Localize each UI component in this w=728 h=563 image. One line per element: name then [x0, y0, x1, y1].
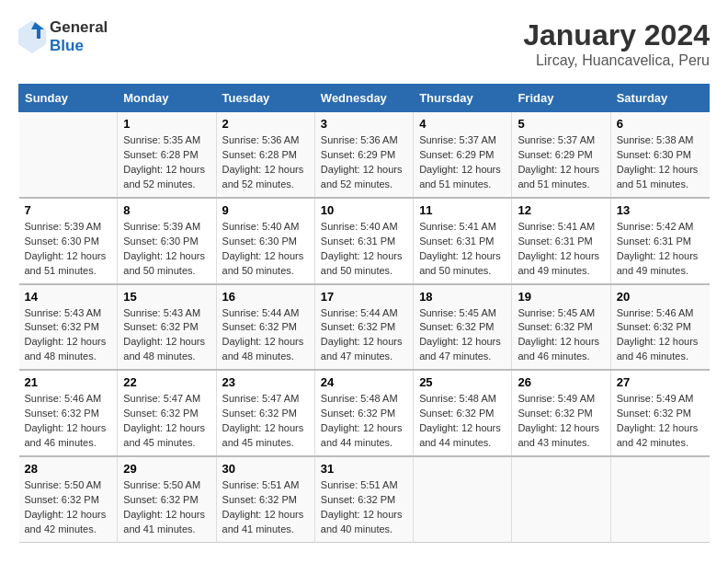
day-number: 13	[617, 203, 704, 217]
day-number: 17	[321, 290, 407, 304]
cell-info: Sunrise: 5:51 AMSunset: 6:32 PMDaylight:…	[321, 479, 403, 534]
calendar-cell: 29 Sunrise: 5:50 AMSunset: 6:32 PMDaylig…	[118, 456, 216, 542]
cell-info: Sunrise: 5:43 AMSunset: 6:32 PMDaylight:…	[123, 307, 205, 362]
week-row-1: 1 Sunrise: 5:35 AMSunset: 6:28 PMDayligh…	[19, 112, 710, 198]
day-number: 1	[123, 117, 210, 131]
calendar-cell: 30 Sunrise: 5:51 AMSunset: 6:32 PMDaylig…	[216, 456, 314, 542]
calendar-cell: 16 Sunrise: 5:44 AMSunset: 6:32 PMDaylig…	[216, 284, 314, 371]
day-header-wednesday: Wednesday	[314, 85, 413, 112]
cell-info: Sunrise: 5:36 AMSunset: 6:28 PMDaylight:…	[222, 134, 304, 190]
cell-info: Sunrise: 5:39 AMSunset: 6:30 PMDaylight:…	[25, 221, 107, 276]
calendar-cell: 6 Sunrise: 5:38 AMSunset: 6:30 PMDayligh…	[610, 112, 709, 198]
cell-info: Sunrise: 5:41 AMSunset: 6:31 PMDaylight:…	[419, 221, 501, 276]
day-header-thursday: Thursday	[414, 85, 512, 112]
cell-info: Sunrise: 5:47 AMSunset: 6:32 PMDaylight:…	[123, 393, 205, 448]
day-number: 2	[222, 117, 309, 131]
calendar-cell: 26 Sunrise: 5:49 AMSunset: 6:32 PMDaylig…	[512, 370, 610, 456]
day-number: 28	[25, 462, 112, 476]
week-row-3: 14 Sunrise: 5:43 AMSunset: 6:32 PMDaylig…	[19, 284, 710, 371]
cell-info: Sunrise: 5:42 AMSunset: 6:31 PMDaylight:…	[617, 221, 699, 276]
calendar-cell: 8 Sunrise: 5:39 AMSunset: 6:30 PMDayligh…	[118, 198, 216, 284]
day-number: 21	[25, 375, 112, 389]
day-number: 30	[222, 462, 309, 476]
calendar-cell: 3 Sunrise: 5:36 AMSunset: 6:29 PMDayligh…	[314, 112, 413, 198]
logo-container: General Blue	[18, 18, 108, 56]
day-number: 29	[123, 462, 210, 476]
svg-marker-0	[18, 20, 46, 53]
day-number: 12	[518, 203, 604, 217]
calendar-cell: 25 Sunrise: 5:48 AMSunset: 6:32 PMDaylig…	[414, 370, 512, 456]
day-number: 31	[321, 462, 407, 476]
page-title: January 2024	[523, 18, 710, 52]
calendar-cell: 19 Sunrise: 5:45 AMSunset: 6:32 PMDaylig…	[512, 284, 610, 371]
cell-info: Sunrise: 5:46 AMSunset: 6:32 PMDaylight:…	[25, 393, 107, 448]
cell-info: Sunrise: 5:36 AMSunset: 6:29 PMDaylight:…	[321, 134, 403, 190]
calendar-header-row: SundayMondayTuesdayWednesdayThursdayFrid…	[19, 85, 710, 112]
calendar-cell: 2 Sunrise: 5:36 AMSunset: 6:28 PMDayligh…	[216, 112, 314, 198]
calendar-cell: 17 Sunrise: 5:44 AMSunset: 6:32 PMDaylig…	[314, 284, 413, 371]
day-number: 7	[25, 203, 112, 217]
cell-info: Sunrise: 5:47 AMSunset: 6:32 PMDaylight:…	[222, 393, 304, 448]
logo-icon	[18, 20, 46, 53]
day-header-saturday: Saturday	[610, 85, 709, 112]
cell-info: Sunrise: 5:44 AMSunset: 6:32 PMDaylight:…	[222, 307, 304, 362]
day-number: 27	[617, 375, 704, 389]
cell-info: Sunrise: 5:48 AMSunset: 6:32 PMDaylight:…	[419, 393, 501, 448]
day-number: 10	[321, 203, 407, 217]
day-header-friday: Friday	[512, 85, 610, 112]
calendar-cell: 20 Sunrise: 5:46 AMSunset: 6:32 PMDaylig…	[610, 284, 709, 371]
cell-info: Sunrise: 5:38 AMSunset: 6:30 PMDaylight:…	[617, 134, 699, 190]
day-number: 9	[222, 203, 309, 217]
calendar-cell	[414, 456, 512, 542]
calendar-cell: 28 Sunrise: 5:50 AMSunset: 6:32 PMDaylig…	[19, 456, 118, 542]
day-number: 3	[321, 117, 407, 131]
cell-info: Sunrise: 5:45 AMSunset: 6:32 PMDaylight:…	[518, 307, 599, 362]
day-number: 11	[419, 203, 506, 217]
calendar-cell: 7 Sunrise: 5:39 AMSunset: 6:30 PMDayligh…	[19, 198, 118, 284]
cell-info: Sunrise: 5:37 AMSunset: 6:29 PMDaylight:…	[518, 134, 599, 190]
calendar-table: SundayMondayTuesdayWednesdayThursdayFrid…	[18, 84, 710, 543]
page-subtitle: Lircay, Huancavelica, Peru	[523, 52, 710, 69]
day-number: 16	[222, 290, 309, 304]
day-number: 25	[419, 375, 506, 389]
week-row-2: 7 Sunrise: 5:39 AMSunset: 6:30 PMDayligh…	[19, 198, 710, 284]
cell-info: Sunrise: 5:43 AMSunset: 6:32 PMDaylight:…	[25, 307, 107, 362]
cell-info: Sunrise: 5:40 AMSunset: 6:30 PMDaylight:…	[222, 221, 304, 276]
cell-info: Sunrise: 5:35 AMSunset: 6:28 PMDaylight:…	[123, 134, 205, 190]
logo-text: General Blue	[50, 18, 108, 56]
day-number: 19	[518, 290, 604, 304]
day-number: 8	[123, 203, 210, 217]
title-block: January 2024 Lircay, Huancavelica, Peru	[523, 18, 710, 69]
calendar-cell: 21 Sunrise: 5:46 AMSunset: 6:32 PMDaylig…	[19, 370, 118, 456]
day-header-tuesday: Tuesday	[216, 85, 314, 112]
week-row-4: 21 Sunrise: 5:46 AMSunset: 6:32 PMDaylig…	[19, 370, 710, 456]
calendar-cell: 22 Sunrise: 5:47 AMSunset: 6:32 PMDaylig…	[118, 370, 216, 456]
day-number: 20	[617, 290, 704, 304]
cell-info: Sunrise: 5:40 AMSunset: 6:31 PMDaylight:…	[321, 221, 403, 276]
calendar-cell: 14 Sunrise: 5:43 AMSunset: 6:32 PMDaylig…	[19, 284, 118, 371]
cell-info: Sunrise: 5:49 AMSunset: 6:32 PMDaylight:…	[518, 393, 599, 448]
calendar-cell: 10 Sunrise: 5:40 AMSunset: 6:31 PMDaylig…	[314, 198, 413, 284]
calendar-cell: 13 Sunrise: 5:42 AMSunset: 6:31 PMDaylig…	[610, 198, 709, 284]
logo-general: General	[50, 18, 108, 37]
calendar-cell: 5 Sunrise: 5:37 AMSunset: 6:29 PMDayligh…	[512, 112, 610, 198]
cell-info: Sunrise: 5:48 AMSunset: 6:32 PMDaylight:…	[321, 393, 403, 448]
logo-blue: Blue	[50, 37, 108, 55]
calendar-cell: 15 Sunrise: 5:43 AMSunset: 6:32 PMDaylig…	[118, 284, 216, 371]
calendar-cell: 12 Sunrise: 5:41 AMSunset: 6:31 PMDaylig…	[512, 198, 610, 284]
cell-info: Sunrise: 5:49 AMSunset: 6:32 PMDaylight:…	[617, 393, 699, 448]
cell-info: Sunrise: 5:39 AMSunset: 6:30 PMDaylight:…	[123, 221, 205, 276]
day-number: 4	[419, 117, 506, 131]
cell-info: Sunrise: 5:45 AMSunset: 6:32 PMDaylight:…	[419, 307, 501, 362]
calendar-cell: 9 Sunrise: 5:40 AMSunset: 6:30 PMDayligh…	[216, 198, 314, 284]
day-number: 26	[518, 375, 604, 389]
day-number: 5	[518, 117, 604, 131]
day-number: 14	[25, 290, 112, 304]
calendar-cell: 1 Sunrise: 5:35 AMSunset: 6:28 PMDayligh…	[118, 112, 216, 198]
calendar-cell: 11 Sunrise: 5:41 AMSunset: 6:31 PMDaylig…	[414, 198, 512, 284]
logo: General Blue	[18, 18, 108, 56]
calendar-cell: 24 Sunrise: 5:48 AMSunset: 6:32 PMDaylig…	[314, 370, 413, 456]
calendar-cell: 23 Sunrise: 5:47 AMSunset: 6:32 PMDaylig…	[216, 370, 314, 456]
page-header: General Blue January 2024 Lircay, Huanca…	[18, 18, 710, 69]
day-number: 15	[123, 290, 210, 304]
